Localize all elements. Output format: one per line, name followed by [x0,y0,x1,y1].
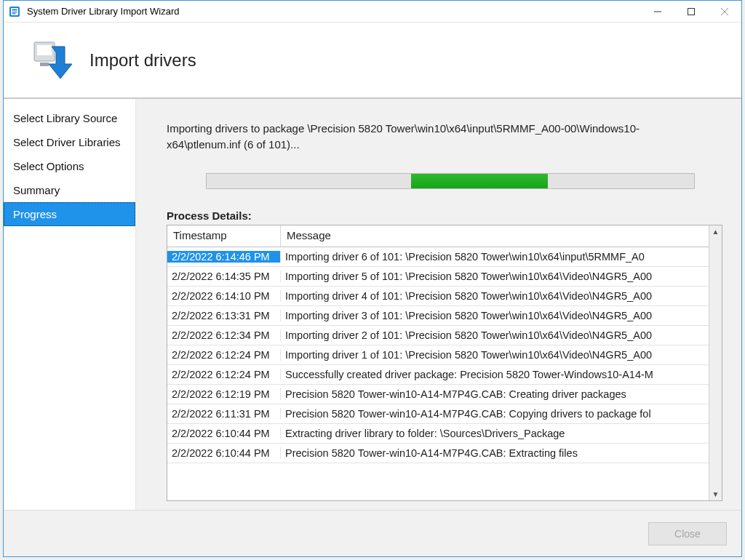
app-icon [8,5,21,18]
cell-message: Importing driver 1 of 101: \Precision 58… [281,349,722,361]
table-row[interactable]: 2/2/2022 6:10:44 PMPrecision 5820 Tower-… [167,444,722,463]
cell-timestamp: 2/2/2022 6:14:10 PM [167,290,281,302]
table-row[interactable]: 2/2/2022 6:11:31 PMPrecision 5820 Tower-… [167,404,722,424]
wizard-steps-sidebar: Select Library Source Select Driver Libr… [4,99,136,510]
cell-message: Successfully created driver package: Pre… [281,369,722,380]
cell-timestamp: 2/2/2022 6:13:31 PM [167,310,281,321]
import-status-text: Importing drivers to package \Precision … [167,121,676,153]
vertical-scrollbar[interactable]: ▲ ▼ [709,225,722,501]
table-row[interactable]: 2/2/2022 6:12:24 PMImporting driver 1 of… [167,345,722,365]
svg-rect-2 [12,9,17,10]
table-row[interactable]: 2/2/2022 6:10:44 PMExtracting driver lib… [167,424,722,444]
cell-timestamp: 2/2/2022 6:12:34 PM [167,329,281,341]
svg-rect-6 [688,8,695,15]
wizard-title: Import drivers [89,50,196,71]
cell-timestamp: 2/2/2022 6:10:44 PM [167,428,281,439]
table-row[interactable]: 2/2/2022 6:12:24 PMSuccessfully created … [167,365,722,385]
scroll-down-icon[interactable]: ▼ [709,487,722,500]
cell-message: Precision 5820 Tower-win10-A14-M7P4G.CAB… [281,447,722,459]
cell-timestamp: 2/2/2022 6:12:24 PM [167,349,281,361]
titlebar: System Driver Library Import Wizard [4,1,741,23]
minimize-button[interactable] [641,1,674,22]
cell-message: Importing driver 6 of 101: \Precision 58… [281,251,722,263]
step-select-options[interactable]: Select Options [4,154,135,178]
col-message[interactable]: Message [281,225,722,247]
svg-rect-11 [40,63,49,66]
cell-timestamp: 2/2/2022 6:14:35 PM [167,271,281,282]
table-body: 2/2/2022 6:14:46 PMImporting driver 6 of… [167,247,722,501]
wizard-body: Select Library Source Select Driver Libr… [4,99,741,510]
cell-timestamp: 2/2/2022 6:12:19 PM [167,388,281,400]
cell-message: Importing driver 5 of 101: \Precision 58… [281,271,722,282]
svg-rect-10 [37,45,52,55]
progress-bar [206,173,695,189]
process-details-table: Timestamp Message 2/2/2022 6:14:46 PMImp… [167,225,722,502]
wizard-content: Importing drivers to package \Precision … [136,99,741,510]
cell-message: Importing driver 2 of 101: \Precision 58… [281,329,722,341]
close-window-button[interactable] [708,1,741,22]
col-timestamp[interactable]: Timestamp [167,225,281,247]
step-select-driver-libraries[interactable]: Select Driver Libraries [4,130,135,154]
cell-timestamp: 2/2/2022 6:11:31 PM [167,408,281,420]
process-details-label: Process Details: [167,209,722,222]
step-select-library-source[interactable]: Select Library Source [4,106,135,130]
progress-bar-chunk [411,174,548,188]
table-row[interactable]: 2/2/2022 6:14:35 PMImporting driver 5 of… [167,267,722,287]
close-button[interactable]: Close [648,522,727,545]
cell-message: Importing driver 3 of 101: \Precision 58… [281,310,722,321]
svg-rect-3 [12,12,17,12]
wizard-footer: Close [4,510,741,556]
window-title: System Driver Library Import Wizard [27,6,641,17]
cell-timestamp: 2/2/2022 6:14:46 PM [167,251,281,263]
table-row[interactable]: 2/2/2022 6:14:46 PMImporting driver 6 of… [167,247,722,267]
table-row[interactable]: 2/2/2022 6:13:31 PMImporting driver 3 of… [167,306,722,326]
table-row[interactable]: 2/2/2022 6:12:34 PMImporting driver 2 of… [167,326,722,345]
cell-message: Extracting driver library to folder: \So… [281,428,722,439]
table-row[interactable]: 2/2/2022 6:14:10 PMImporting driver 4 of… [167,287,722,306]
wizard-window: System Driver Library Import Wizard Impo… [3,0,742,557]
cell-timestamp: 2/2/2022 6:12:24 PM [167,369,281,380]
step-progress[interactable]: Progress [4,202,135,226]
cell-message: Precision 5820 Tower-win10-A14-M7P4G.CAB… [281,388,722,400]
maximize-button[interactable] [674,1,708,22]
cell-message: Precision 5820 Tower-win10-A14-M7P4G.CAB… [281,408,722,420]
cell-timestamp: 2/2/2022 6:10:44 PM [167,447,281,459]
cell-message: Importing driver 4 of 101: \Precision 58… [281,290,722,302]
scroll-up-icon[interactable]: ▲ [709,225,722,239]
table-header: Timestamp Message [167,225,722,247]
import-drivers-icon [30,38,75,83]
table-row[interactable]: 2/2/2022 6:12:19 PMPrecision 5820 Tower-… [167,385,722,404]
step-summary[interactable]: Summary [4,178,135,202]
svg-rect-4 [12,13,16,14]
window-controls [641,1,741,22]
wizard-header: Import drivers [4,23,741,99]
